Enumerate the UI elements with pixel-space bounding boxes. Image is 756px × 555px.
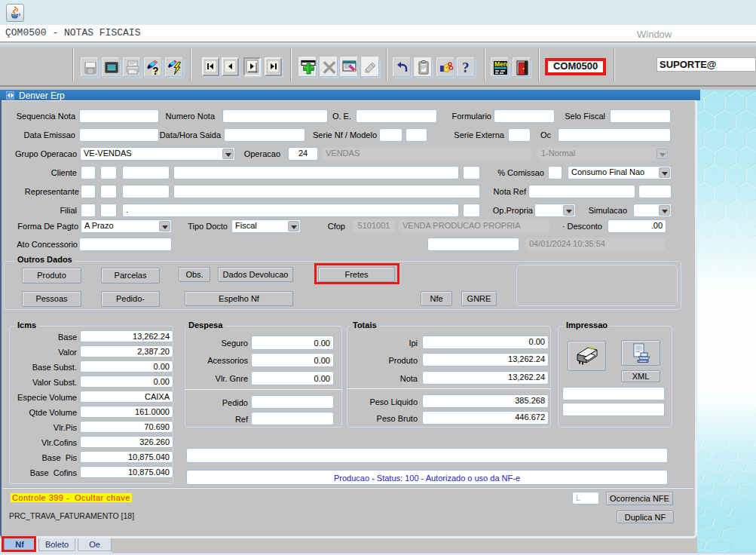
svg-text:Menu: Menu <box>494 60 508 68</box>
svg-text:?: ? <box>462 60 470 75</box>
svg-text:?: ? <box>152 65 159 76</box>
